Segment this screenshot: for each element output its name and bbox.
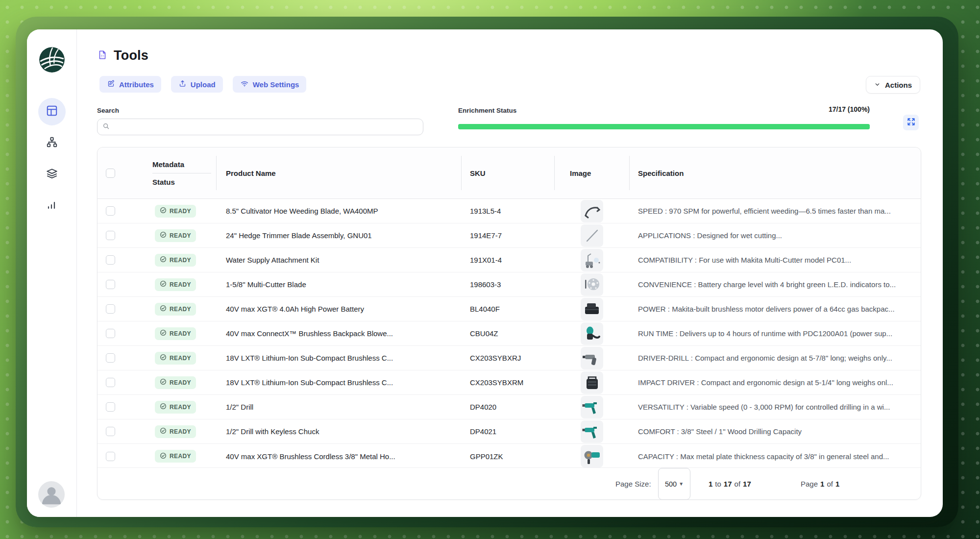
- check-circle-icon: [160, 329, 167, 338]
- page-size-value: 500: [665, 480, 677, 488]
- row-checkbox[interactable]: [106, 206, 115, 216]
- page-size-label: Page Size:: [615, 468, 651, 500]
- check-circle-icon: [160, 256, 167, 264]
- sidebar-item-table-view[interactable]: [38, 98, 66, 125]
- table-row: READY24" Hedge Trimmer Blade Assembly, G…: [98, 223, 921, 248]
- page-size-select[interactable]: 500 ▼: [658, 468, 690, 500]
- product-thumbnail-rotary-hammer[interactable]: [581, 445, 603, 467]
- search-input[interactable]: [113, 123, 418, 131]
- edit-icon: [107, 79, 115, 89]
- table-row: READY18V LXT® Lithium-Ion Sub-Compact Br…: [98, 370, 921, 395]
- product-thumbnail-impact-driver[interactable]: [581, 371, 603, 394]
- chevron-down-icon: [874, 81, 881, 89]
- product-thumbnail-cutter-disc[interactable]: [581, 273, 603, 296]
- row-range-text: 1 to 17 of 17: [709, 468, 751, 500]
- column-header-specification: Specification: [629, 147, 921, 198]
- product-thumbnail-backpack-blower[interactable]: [581, 322, 603, 345]
- specification-cell: COMFORT : 3/8" Steel / 1" Wood Drilling …: [629, 427, 921, 436]
- specification-cell: IMPACT DRIVER : Compact and ergonomic de…: [629, 378, 921, 387]
- sku-cell: CX203SYBXRM: [461, 378, 554, 387]
- check-circle-icon: [160, 452, 167, 461]
- specification-cell: RUN TIME : Delivers up to 4 hours of run…: [629, 329, 921, 338]
- sku-cell: DP4020: [461, 403, 554, 411]
- sku-cell: BL4040F: [461, 305, 554, 313]
- search-label: Search: [97, 107, 119, 114]
- row-checkbox[interactable]: [106, 255, 115, 265]
- row-checkbox[interactable]: [106, 402, 115, 412]
- brand-logo[interactable]: [39, 47, 65, 73]
- upload-button[interactable]: Upload: [171, 76, 223, 93]
- product-thumbnail-blade-rod[interactable]: [581, 224, 603, 247]
- table-row: READY40V max XGT® Brushless Cordless 3/8…: [98, 444, 921, 468]
- actions-button[interactable]: Actions: [866, 76, 920, 94]
- row-checkbox[interactable]: [106, 231, 115, 240]
- product-name-cell: 1/2" Drill: [216, 403, 461, 411]
- column-header-image: Image: [554, 147, 629, 198]
- desktop-background: Tools Attributes Upload: [0, 0, 980, 539]
- row-checkbox[interactable]: [106, 329, 115, 338]
- user-avatar[interactable]: [38, 481, 65, 508]
- web-settings-button[interactable]: Web Settings: [233, 76, 307, 93]
- page-indicator-text: Page 1 of 1: [801, 468, 839, 500]
- product-name-cell: 24" Hedge Trimmer Blade Assembly, GNU01: [216, 231, 461, 240]
- status-badge: READY: [155, 376, 196, 389]
- check-circle-icon: [160, 207, 167, 215]
- product-name-cell: 40V max XGT® Brushless Cordless 3/8" Met…: [216, 452, 461, 461]
- product-thumbnail-drill-teal[interactable]: [581, 420, 603, 443]
- expand-arrows-icon: [906, 117, 916, 128]
- web-settings-label: Web Settings: [253, 80, 299, 89]
- status-badge: READY: [155, 254, 196, 267]
- specification-cell: CAPACITY : Max metal plate thickness cap…: [629, 452, 921, 461]
- expand-button[interactable]: [903, 115, 919, 130]
- row-checkbox[interactable]: [106, 353, 115, 363]
- sidebar-item-analytics-view[interactable]: [38, 192, 66, 220]
- table-row: READY40V max ConnectX™ Brushless Backpac…: [98, 321, 921, 346]
- status-badge: READY: [155, 278, 196, 291]
- check-circle-icon: [160, 427, 167, 436]
- table-row: READY1/2" DrillDP4020VERSATILITY : Varia…: [98, 395, 921, 419]
- product-thumbnail-hook-blade[interactable]: [581, 200, 603, 222]
- attributes-button[interactable]: Attributes: [99, 76, 161, 93]
- product-thumbnail-driver-drill[interactable]: [581, 347, 603, 369]
- status-badge-label: READY: [170, 208, 191, 215]
- specification-cell: DRIVER-DRILL : Compact and ergonomic des…: [629, 354, 921, 362]
- status-badge-label: READY: [170, 330, 191, 337]
- table-row: READY18V LXT® Lithium-Ion Sub-Compact Br…: [98, 346, 921, 370]
- status-badge: READY: [155, 425, 196, 438]
- table-body: READY8.5" Cultivator Hoe Weeding Blade, …: [98, 199, 921, 468]
- table-row: READY40V max XGT® 4.0Ah High Power Batte…: [98, 297, 921, 321]
- sidebar-item-layers-view[interactable]: [38, 161, 66, 188]
- actions-label: Actions: [885, 81, 912, 89]
- product-name-cell: 1-5/8" Multi-Cutter Blade: [216, 280, 461, 289]
- check-circle-icon: [160, 403, 167, 411]
- product-thumbnail-sprayer-kit[interactable]: [581, 249, 603, 271]
- product-thumbnail-drill-teal[interactable]: [581, 396, 603, 418]
- row-checkbox[interactable]: [106, 378, 115, 387]
- check-circle-icon: [160, 305, 167, 313]
- row-checkbox[interactable]: [106, 304, 115, 314]
- column-header-metadata: Metadata: [152, 160, 211, 169]
- product-name-cell: 8.5" Cultivator Hoe Weeding Blade, WA400…: [216, 207, 461, 215]
- status-badge-label: READY: [170, 379, 191, 386]
- search-box: [97, 119, 423, 135]
- sidebar: [27, 29, 77, 517]
- status-badge: READY: [155, 303, 196, 316]
- product-thumbnail-battery-pack[interactable]: [581, 298, 603, 320]
- bar-chart-icon: [46, 199, 58, 213]
- row-checkbox[interactable]: [106, 280, 115, 289]
- document-icon: [97, 49, 108, 63]
- select-all-checkbox[interactable]: [106, 169, 115, 178]
- sidebar-item-hierarchy-view[interactable]: [38, 129, 66, 157]
- status-badge-label: READY: [170, 453, 191, 460]
- status-badge: READY: [155, 229, 196, 242]
- enrichment-count: 17/17 (100%): [458, 105, 870, 113]
- sku-cell: DP4021: [461, 427, 554, 436]
- row-checkbox[interactable]: [106, 452, 115, 461]
- check-circle-icon: [160, 231, 167, 240]
- specification-cell: COMPATIBILITY : For use with Makita Mult…: [629, 256, 921, 264]
- row-checkbox[interactable]: [106, 427, 115, 436]
- metadata-divider: [152, 173, 211, 173]
- status-badge-label: READY: [170, 232, 191, 239]
- page-title: Tools: [97, 48, 148, 63]
- column-header-product-name: Product Name: [216, 147, 461, 198]
